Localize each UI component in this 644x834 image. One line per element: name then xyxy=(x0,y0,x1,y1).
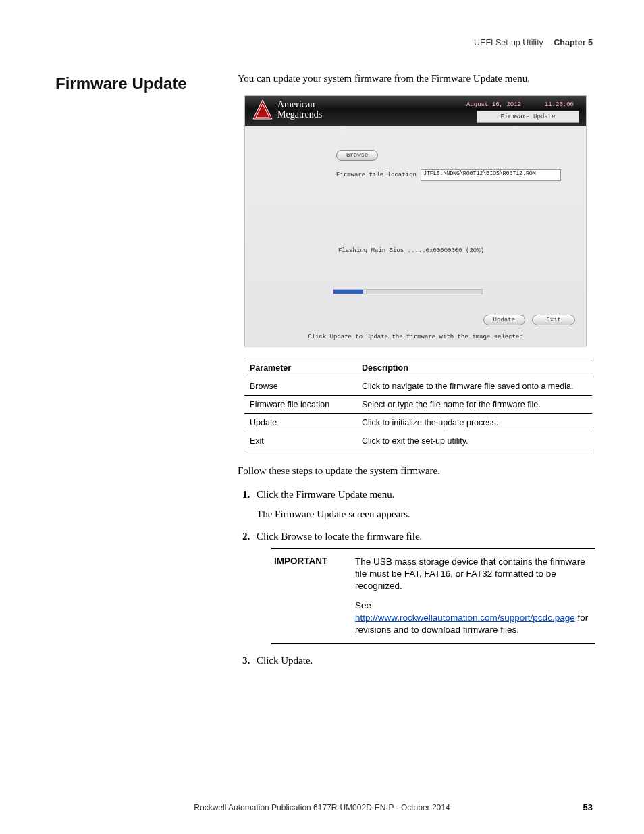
important-p1: The USB mass storage device that contain… xyxy=(355,556,593,593)
important-p2: See http://www.rockwellautomation.com/su… xyxy=(355,600,593,637)
cell: Firmware file location xyxy=(244,396,356,414)
step-2: Click Browse to locate the firmware file… xyxy=(252,531,593,644)
cell: Browse xyxy=(244,377,356,396)
progress-bar xyxy=(333,289,483,294)
ami-logo: American Megatrends xyxy=(252,99,322,120)
intro-text: You can update your system firmware from… xyxy=(238,72,593,86)
table-row: Firmware file location Select or type th… xyxy=(244,396,592,414)
screenshot-header: American Megatrends August 16, 2012 11:2… xyxy=(245,96,586,126)
step-text: Click Browse to locate the firmware file… xyxy=(257,531,422,542)
screenshot-time: 11:28:00 xyxy=(545,101,574,108)
cell: Exit xyxy=(244,432,356,450)
footer-publication: Rockwell Automation Publication 6177R-UM… xyxy=(0,803,644,812)
firmware-screenshot: American Megatrends August 16, 2012 11:2… xyxy=(244,95,587,346)
ami-logo-icon xyxy=(252,99,273,120)
file-location-label: Firmware file location xyxy=(336,172,417,178)
brand-line2: Megatrends xyxy=(277,109,322,120)
pcdc-link[interactable]: http://www.rockwellautomation.com/suppor… xyxy=(355,613,575,623)
step-3: Click Update. xyxy=(252,655,593,667)
progress-fill xyxy=(333,290,363,294)
important-callout: IMPORTANT The USB mass storage device th… xyxy=(271,548,595,644)
follow-text: Follow these steps to update the system … xyxy=(238,465,593,477)
ami-logo-text: American Megatrends xyxy=(277,99,322,120)
table-row: Browse Click to navigate to the firmware… xyxy=(244,377,592,396)
cell: Click to initialize the update process. xyxy=(356,414,592,432)
cell: Update xyxy=(244,414,356,432)
th-parameter: Parameter xyxy=(244,359,356,377)
screenshot-date: August 16, 2012 xyxy=(466,101,521,108)
parameter-table: Parameter Description Browse Click to na… xyxy=(244,359,592,450)
screenshot-hint: Click Update to Update the firmware with… xyxy=(245,334,586,340)
step-text: Click the Firmware Update menu. xyxy=(257,489,395,500)
table-row: Update Click to initialize the update pr… xyxy=(244,414,592,432)
table-row: Exit Click to exit the set-up utility. xyxy=(244,432,592,450)
browse-button[interactable]: Browse xyxy=(336,150,378,161)
brand-line1: American xyxy=(277,99,322,109)
file-location-input[interactable]: JTFLS:\NDNG\R00T12\BIOS\R00T12.ROM xyxy=(421,169,561,181)
cell: Select or type the file name for the fir… xyxy=(356,396,592,414)
step-1: Click the Firmware Update menu. The Firm… xyxy=(252,489,593,520)
section-name: UEFI Set-up Utility xyxy=(474,38,543,47)
running-header: UEFI Set-up Utility Chapter 5 xyxy=(55,38,593,47)
page-number: 53 xyxy=(583,802,593,812)
flashing-status: Flashing Main Bios .....0x00000000 (20%) xyxy=(338,247,484,254)
update-button[interactable]: Update xyxy=(483,315,525,325)
screenshot-title: Firmware Update xyxy=(477,111,579,123)
th-description: Description xyxy=(356,359,592,377)
important-text: The USB mass storage device that contain… xyxy=(352,549,595,643)
chapter-label: Chapter 5 xyxy=(554,38,593,47)
svg-marker-0 xyxy=(253,100,272,119)
exit-button[interactable]: Exit xyxy=(532,315,575,325)
cell: Click to exit the set-up utility. xyxy=(356,432,592,450)
screenshot-body: Browse Firmware file location JTFLS:\NDN… xyxy=(245,126,586,346)
cell: Click to navigate to the firmware file s… xyxy=(356,377,592,396)
page-heading: Firmware Update xyxy=(55,74,187,93)
important-pre: See xyxy=(355,600,371,610)
steps-list: Click the Firmware Update menu. The Firm… xyxy=(252,489,593,667)
step-1-sub: The Firmware Update screen appears. xyxy=(257,509,593,520)
step-text: Click Update. xyxy=(257,655,313,666)
important-label: IMPORTANT xyxy=(271,549,352,643)
